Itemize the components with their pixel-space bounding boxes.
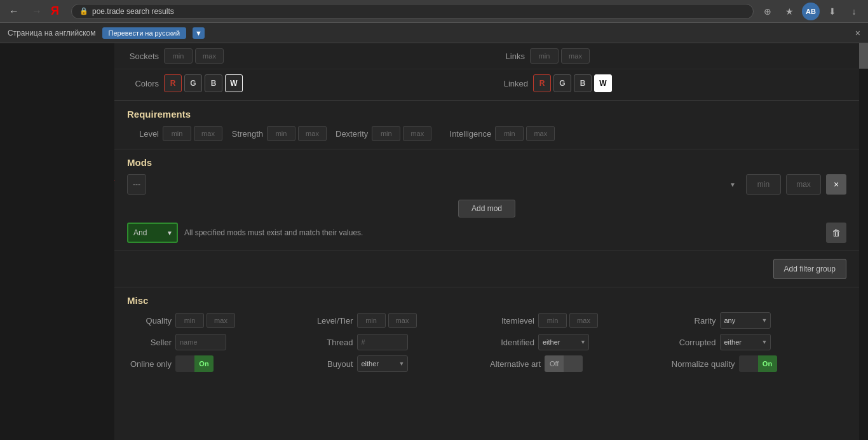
misc-row-2: Seller Thread Identified either (127, 334, 846, 350)
thread-label: Thread (309, 338, 353, 347)
menu-button[interactable]: ⬇ (824, 3, 841, 20)
intelligence-field: Intelligence (440, 126, 555, 141)
quality-label: Quality (127, 316, 172, 326)
color-btn-g[interactable]: G (184, 74, 202, 92)
thread-input[interactable] (357, 334, 408, 350)
links-max-input[interactable] (561, 48, 590, 64)
address-bar[interactable]: 🔒 poe.trade search results (71, 4, 754, 19)
dexterity-max-input[interactable] (403, 126, 431, 141)
normalize-quality-off (739, 355, 758, 372)
mod-select[interactable]: --- (127, 174, 146, 195)
mod-min-input[interactable] (746, 174, 781, 195)
colors-label: Colors (127, 79, 159, 88)
star-button[interactable]: ★ (780, 3, 798, 20)
identified-select[interactable]: either yes no (538, 334, 589, 350)
normalize-quality-label: Normalize quality (672, 359, 735, 369)
extensions-button[interactable]: ⊕ (759, 3, 776, 20)
alternative-art-toggle[interactable]: Off (545, 355, 583, 372)
links-min-input[interactable] (530, 48, 559, 64)
linked-btn-b[interactable]: B (574, 74, 592, 92)
links-minmax (530, 48, 590, 64)
level-tier-min-input[interactable] (357, 313, 386, 328)
filter-description: All specified mods must exist and match … (184, 228, 820, 237)
scrollbar[interactable] (859, 43, 868, 440)
level-min-input[interactable] (163, 126, 191, 141)
identified-select-wrapper: either yes no (538, 334, 589, 350)
links-label: Links (493, 52, 525, 61)
itemlevel-max-input[interactable] (569, 313, 598, 328)
seller-field: Seller (127, 334, 302, 350)
level-tier-label: Level/Tier (309, 316, 353, 326)
translate-dropdown[interactable]: ▼ (193, 27, 205, 39)
seller-input[interactable] (175, 334, 226, 350)
corrupted-label: Corrupted (672, 338, 716, 347)
profile-avatar[interactable]: AB (802, 3, 820, 20)
add-mod-button[interactable]: Add mod (458, 200, 515, 217)
sockets-label: Sockets (127, 52, 159, 61)
quality-min-input[interactable] (175, 313, 204, 328)
download-button[interactable]: ↓ (845, 3, 863, 20)
translate-close[interactable]: × (855, 28, 860, 38)
color-btn-w[interactable]: W (225, 74, 243, 92)
back-button[interactable]: ← (5, 3, 23, 20)
mod-row-1: --- × (127, 174, 846, 195)
intelligence-min-input[interactable] (495, 126, 524, 141)
content-area: Sockets Links (114, 43, 859, 440)
mod-delete-button[interactable]: × (826, 174, 846, 195)
scroll-thumb[interactable] (859, 43, 868, 69)
buyout-field: Buyout either yes no (309, 355, 484, 372)
linked-btn-r[interactable]: R (533, 74, 551, 92)
mod-select-wrapper: --- (127, 174, 741, 195)
itemlevel-min-input[interactable] (538, 313, 567, 328)
translate-bar: Страница на английском Перевести на русс… (0, 23, 868, 43)
add-mod-area: Add mod (127, 200, 846, 217)
linked-btn-w[interactable]: W (594, 74, 612, 92)
mods-section: Mods --- × Add mod (114, 149, 859, 251)
add-filter-group-area: Add filter group (114, 251, 859, 287)
translate-button[interactable]: Перевести на русский (102, 27, 187, 39)
linked-group: Linked R G B W (496, 74, 612, 92)
trash-button[interactable]: 🗑 (826, 223, 846, 243)
misc-row-3: Online only On Buyout either (127, 355, 846, 372)
itemlevel-label: Itemlevel (490, 316, 534, 326)
rarity-label: Rarity (672, 316, 716, 326)
dexterity-min-input[interactable] (372, 126, 400, 141)
content-wrapper: Sockets Links (114, 43, 859, 380)
buyout-select-wrapper: either yes no (357, 355, 408, 372)
identified-label: Identified (490, 338, 534, 347)
main-content: Sockets Links (0, 43, 868, 440)
linked-btn-g[interactable]: G (553, 74, 571, 92)
dexterity-field: Dexterity (336, 126, 431, 141)
online-only-toggle[interactable]: On (175, 355, 214, 372)
sockets-max-input[interactable] (195, 48, 224, 64)
rarity-field: Rarity any normal magic rare unique (672, 312, 847, 329)
sockets-links-row: Sockets Links (114, 43, 859, 69)
normalize-quality-on: On (758, 355, 777, 372)
quality-field: Quality (127, 313, 302, 328)
quality-max-input[interactable] (207, 313, 235, 328)
strength-min-input[interactable] (267, 126, 295, 141)
normalize-quality-toggle[interactable]: On (739, 355, 777, 372)
lock-icon: 🔒 (79, 7, 88, 15)
yandex-logo: Я (51, 4, 66, 18)
level-field: Level (127, 126, 222, 141)
mod-max-input[interactable] (786, 174, 821, 195)
buyout-select[interactable]: either yes no (357, 355, 408, 372)
thread-field: Thread (309, 334, 484, 350)
color-btn-r[interactable]: R (164, 74, 182, 92)
and-select[interactable]: And Or Not (127, 223, 178, 243)
intelligence-max-input[interactable] (526, 126, 555, 141)
add-filter-group-button[interactable]: Add filter group (773, 259, 846, 279)
and-select-wrapper: And Or Not (127, 223, 178, 243)
level-tier-max-input[interactable] (388, 313, 417, 328)
online-only-field: Online only On (127, 355, 302, 372)
sockets-min-input[interactable] (164, 48, 193, 64)
forward-button[interactable]: → (28, 3, 46, 20)
corrupted-select[interactable]: either yes no (720, 334, 771, 350)
translate-text: Страница на английском (8, 29, 96, 38)
level-max-input[interactable] (194, 126, 222, 141)
rarity-select[interactable]: any normal magic rare unique (720, 312, 771, 329)
intelligence-label: Intelligence (440, 129, 491, 139)
strength-max-input[interactable] (298, 126, 327, 141)
color-btn-b[interactable]: B (205, 74, 222, 92)
